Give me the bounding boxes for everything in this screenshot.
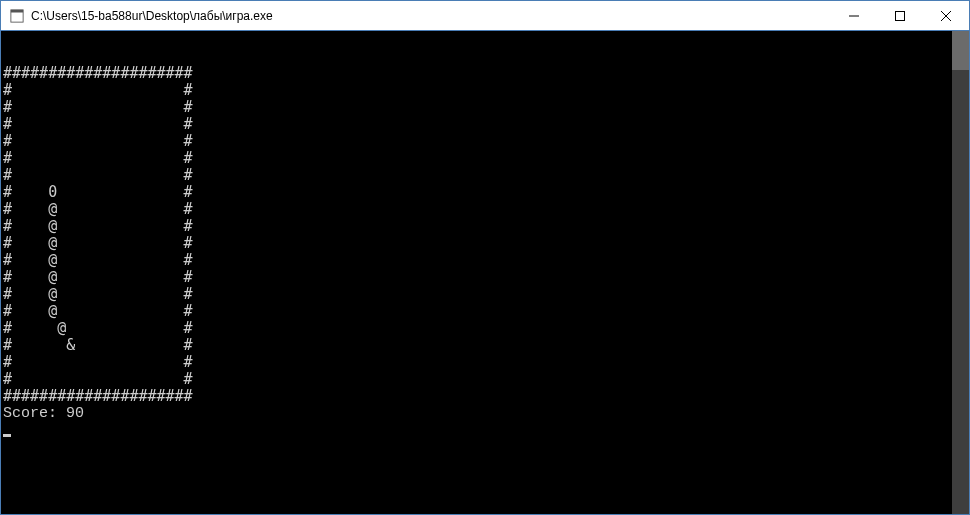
minimize-button[interactable] (831, 1, 877, 30)
svg-rect-1 (11, 9, 23, 12)
svg-rect-3 (896, 11, 905, 20)
titlebar[interactable]: C:\Users\15-ba588ur\Desktop\лабы\игра.ex… (1, 1, 969, 31)
console-area[interactable]: ##################### # # # # # # # # # … (1, 31, 969, 514)
maximize-button[interactable] (877, 1, 923, 30)
app-window: C:\Users\15-ba588ur\Desktop\лабы\игра.ex… (0, 0, 970, 515)
cursor (3, 434, 11, 437)
score-label: Score: (3, 405, 66, 422)
game-grid: ##################### # # # # # # # # # … (3, 65, 967, 405)
console-output: ##################### # # # # # # # # # … (1, 65, 969, 439)
vertical-scrollbar[interactable] (952, 31, 969, 514)
window-controls (831, 1, 969, 30)
window-title: C:\Users\15-ba588ur\Desktop\лабы\игра.ex… (31, 9, 831, 23)
scrollbar-thumb[interactable] (952, 31, 969, 70)
app-icon (9, 8, 25, 24)
score-value: 90 (66, 405, 84, 422)
close-button[interactable] (923, 1, 969, 30)
